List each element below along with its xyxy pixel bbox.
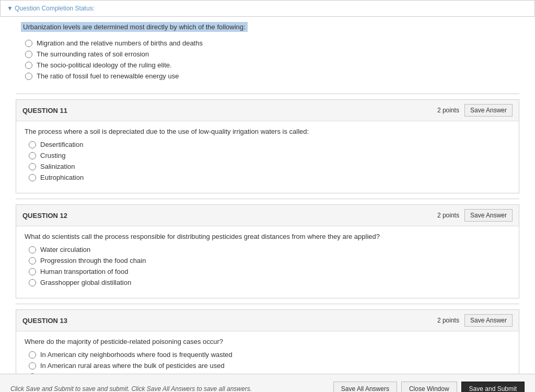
prior-option-0-label: Migration and the relative numbers of bi… — [37, 39, 203, 47]
question-11-save-button[interactable]: Save Answer — [464, 104, 513, 117]
q11-option-2-label: Salinization — [40, 163, 75, 170]
q11-option-1-radio[interactable] — [29, 152, 36, 159]
question-13-header: QUESTION 13 2 points Save Answer — [16, 310, 519, 331]
list-item: Crusting — [29, 152, 510, 159]
prior-option-2-radio[interactable] — [25, 62, 32, 69]
list-item: Progression through the food chain — [29, 257, 510, 264]
prior-option-2-label: The socio-political ideology of the ruli… — [37, 61, 172, 69]
q11-option-3-radio[interactable] — [29, 174, 36, 181]
divider-2 — [16, 199, 519, 199]
list-item: Migration and the relative numbers of bi… — [25, 39, 514, 47]
q11-option-1-label: Crusting — [40, 152, 65, 159]
list-item: Desertification — [29, 141, 510, 148]
q13-option-0-label: In American city neighborhoods where foo… — [40, 351, 232, 359]
footer-bar: Click Save and Submit to save and submit… — [0, 374, 535, 392]
question-11-points: 2 points — [437, 107, 459, 114]
prior-option-3-radio[interactable] — [25, 73, 32, 80]
question-13-text: Where do the majority of pesticide-relat… — [25, 338, 510, 345]
list-item: Human transportation of food — [29, 268, 510, 275]
question-11-body: The process where a soil is depreciated … — [16, 121, 519, 193]
q11-option-3-label: Eutrophication — [40, 174, 84, 181]
question-12-points: 2 points — [437, 212, 459, 219]
q12-option-3-radio[interactable] — [29, 279, 36, 286]
footer-text: Click Save and Submit to save and submit… — [10, 385, 252, 392]
prior-question-section: Urbanization levels are determined most … — [0, 17, 535, 88]
q11-option-2-radio[interactable] — [29, 163, 36, 170]
close-window-button[interactable]: Close Window — [401, 382, 457, 392]
q11-option-0-radio[interactable] — [29, 141, 36, 148]
question-13-points: 2 points — [437, 317, 459, 324]
prior-question-text: Urbanization levels are determined most … — [21, 22, 248, 32]
save-all-answers-button[interactable]: Save All Answers — [333, 382, 397, 392]
save-and-submit-button[interactable]: Save and Submit — [461, 382, 525, 392]
prior-option-1-radio[interactable] — [25, 51, 32, 58]
q12-option-0-radio[interactable] — [29, 246, 36, 253]
q11-option-0-label: Desertification — [40, 141, 83, 148]
footer-buttons: Save All Answers Close Window Save and S… — [333, 382, 525, 392]
prior-option-0-radio[interactable] — [25, 40, 32, 47]
page-wrapper: ▼ Question Completion Status: Urbanizati… — [0, 0, 535, 392]
list-item: Salinization — [29, 163, 510, 170]
q12-option-1-radio[interactable] — [29, 257, 36, 264]
question-12-meta: 2 points Save Answer — [437, 209, 513, 222]
prior-option-3-label: The ratio of fossil fuel to renewalble e… — [37, 72, 179, 80]
list-item: Water circulation — [29, 246, 510, 253]
question-12-title: QUESTION 12 — [22, 212, 67, 220]
list-item: The surrounding rates of soil errosion — [25, 50, 514, 58]
list-item: In American rural areas where the bulk o… — [29, 362, 510, 370]
completion-bar-label: ▼ Question Completion Status: — [7, 5, 95, 12]
q12-option-1-label: Progression through the food chain — [40, 257, 146, 264]
question-12-text: What do scientists call the process resp… — [25, 233, 510, 240]
list-item: Grasshopper global distillation — [29, 279, 510, 286]
question-13-title: QUESTION 13 — [22, 317, 67, 325]
q13-option-1-label: In American rural areas where the bulk o… — [40, 362, 225, 370]
question-12-block: QUESTION 12 2 points Save Answer What do… — [16, 204, 519, 298]
question-11-meta: 2 points Save Answer — [437, 104, 513, 117]
question-13-save-button[interactable]: Save Answer — [464, 314, 513, 327]
question-12-save-button[interactable]: Save Answer — [464, 209, 513, 222]
list-item: The socio-political ideology of the ruli… — [25, 61, 514, 69]
question-12-header: QUESTION 12 2 points Save Answer — [16, 205, 519, 226]
prior-option-1-label: The surrounding rates of soil errosion — [37, 50, 149, 58]
question-12-body: What do scientists call the process resp… — [16, 226, 519, 298]
q13-option-1-radio[interactable] — [29, 362, 36, 370]
q12-option-0-label: Water circulation — [40, 246, 90, 253]
divider-3 — [16, 304, 519, 304]
completion-bar[interactable]: ▼ Question Completion Status: — [0, 0, 535, 17]
question-11-block: QUESTION 11 2 points Save Answer The pro… — [16, 99, 519, 193]
q12-option-2-radio[interactable] — [29, 268, 36, 275]
question-11-header: QUESTION 11 2 points Save Answer — [16, 100, 519, 121]
question-13-meta: 2 points Save Answer — [437, 314, 513, 327]
question-11-text: The process where a soil is depreciated … — [25, 128, 510, 135]
q12-option-2-label: Human transportation of food — [40, 268, 128, 275]
question-11-title: QUESTION 11 — [22, 107, 67, 114]
list-item: Eutrophication — [29, 174, 510, 181]
q13-option-0-radio[interactable] — [29, 351, 36, 359]
list-item: In American city neighborhoods where foo… — [29, 351, 510, 359]
q12-option-3-label: Grasshopper global distillation — [40, 279, 131, 286]
divider-1 — [16, 94, 519, 94]
list-item: The ratio of fossil fuel to renewalble e… — [25, 72, 514, 80]
